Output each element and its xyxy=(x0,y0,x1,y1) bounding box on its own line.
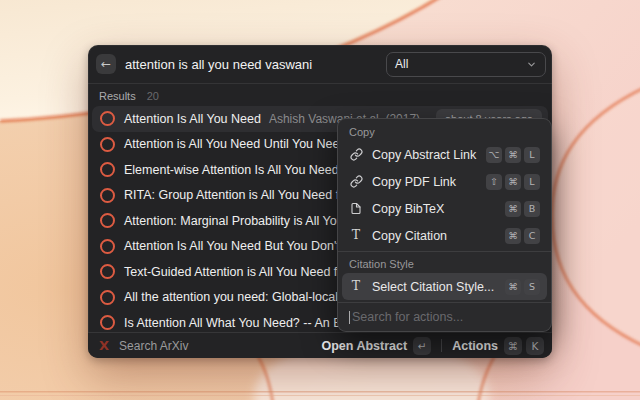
actions-search-placeholder: Search for actions... xyxy=(352,310,463,324)
chevron-down-icon xyxy=(526,59,537,70)
key-b: B xyxy=(524,201,540,217)
menu-section-divider xyxy=(338,251,551,252)
command-key: ⌘ xyxy=(504,337,522,355)
result-title: Element-wise Attention Is All You Need xyxy=(124,163,339,177)
command-key: ⌘ xyxy=(505,147,521,163)
file-icon xyxy=(349,202,363,215)
filter-dropdown-value: All xyxy=(395,57,408,71)
arxiv-paper-icon xyxy=(100,239,115,254)
footer-divider xyxy=(441,339,442,352)
open-abstract-label: Open Abstract xyxy=(321,339,407,353)
back-arrow-icon: ← xyxy=(101,57,111,71)
link-icon xyxy=(349,175,363,188)
actions-label: Actions xyxy=(452,339,498,353)
menu-item-select-citation-style[interactable]: TSelect Citation Style...⌘S xyxy=(342,273,547,300)
menu-section-title-citation-style: Citation Style xyxy=(338,254,551,273)
filter-dropdown[interactable]: All xyxy=(386,52,546,77)
menu-item-label: Copy BibTeX xyxy=(372,202,444,216)
menu-item-copy-abstract-link[interactable]: Copy Abstract Link⌥⌘L xyxy=(342,141,547,168)
menu-item-copy-pdf-link[interactable]: Copy PDF Link⇧⌘L xyxy=(342,168,547,195)
menu-item-label: Copy Citation xyxy=(372,229,447,243)
back-button[interactable]: ← xyxy=(96,54,116,74)
shift-key: ⇧ xyxy=(486,174,502,190)
result-title: Attention Is All You Need xyxy=(124,112,261,126)
command-key: ⌘ xyxy=(505,228,521,244)
menu-item-label: Copy PDF Link xyxy=(372,175,456,189)
window-footer: X Search ArXiv Open Abstract ↵ Actions ⌘… xyxy=(88,332,552,358)
key-l: L xyxy=(524,147,540,163)
results-count: 20 xyxy=(147,90,159,102)
command-key: ⌘ xyxy=(505,174,521,190)
open-abstract-button[interactable]: Open Abstract ↵ xyxy=(321,337,431,355)
link-icon xyxy=(349,148,363,161)
actions-shortcut: ⌘K xyxy=(504,337,544,355)
menu-search-divider xyxy=(338,302,551,303)
menu-item-copy-citation[interactable]: TCopy Citation⌘C xyxy=(342,222,547,249)
key-l: L xyxy=(524,174,540,190)
menu-item-shortcut: ⌘B xyxy=(505,201,540,217)
menu-item-label: Copy Abstract Link xyxy=(372,148,476,162)
menu-item-copy-bibtex[interactable]: Copy BibTeX⌘B xyxy=(342,195,547,222)
menu-section-title-copy: Copy xyxy=(338,122,551,141)
menu-item-label: Select Citation Style... xyxy=(372,280,494,294)
menu-item-shortcut: ⌘S xyxy=(505,279,540,295)
text-style-icon: T xyxy=(349,229,363,242)
key-s: S xyxy=(524,279,540,295)
actions-search-input[interactable]: Search for actions... xyxy=(338,305,551,331)
extension-name: Search ArXiv xyxy=(119,339,188,353)
key-k: K xyxy=(526,337,544,355)
arxiv-paper-icon xyxy=(100,264,115,279)
arxiv-paper-icon xyxy=(100,188,115,203)
menu-item-shortcut: ⇧⌘L xyxy=(486,174,540,190)
command-key: ⌘ xyxy=(505,279,521,295)
window-header: ← attention is all you need vaswani All xyxy=(88,45,552,83)
arxiv-paper-icon xyxy=(100,213,115,228)
command-key: ⌘ xyxy=(505,201,521,217)
arxiv-logo-icon: X xyxy=(99,338,109,353)
menu-item-shortcut: ⌘C xyxy=(505,228,540,244)
arxiv-paper-icon xyxy=(100,111,115,126)
search-input[interactable]: attention is all you need vaswani xyxy=(125,57,312,72)
arxiv-paper-icon xyxy=(100,315,115,330)
arxiv-paper-icon xyxy=(100,162,115,177)
arxiv-paper-icon xyxy=(100,137,115,152)
desktop: ← attention is all you need vaswani All … xyxy=(0,0,640,400)
arxiv-paper-icon xyxy=(100,290,115,305)
actions-button[interactable]: Actions ⌘K xyxy=(452,337,544,355)
option-key: ⌥ xyxy=(486,147,502,163)
actions-menu: CopyCopy Abstract Link⌥⌘LCopy PDF Link⇧⌘… xyxy=(337,118,552,332)
results-bar: Results 20 xyxy=(88,84,552,105)
menu-item-shortcut: ⌥⌘L xyxy=(486,147,540,163)
text-caret xyxy=(349,311,350,324)
text-style-icon: T xyxy=(349,280,363,293)
enter-key: ↵ xyxy=(413,337,431,355)
key-c: C xyxy=(524,228,540,244)
results-label: Results xyxy=(99,90,136,102)
